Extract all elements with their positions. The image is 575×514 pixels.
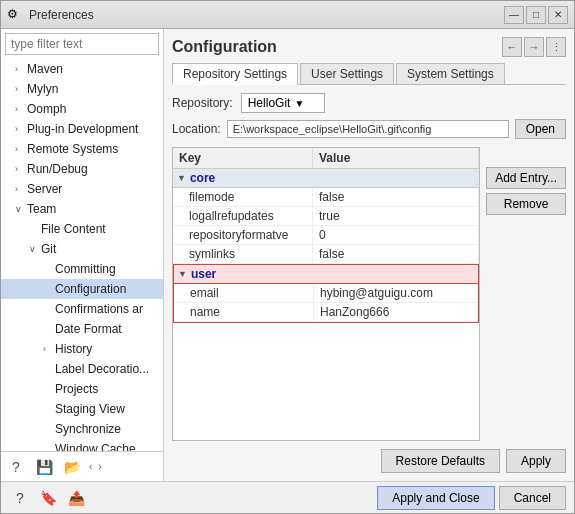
cell-key-filemode: filemode [173,188,313,206]
sidebar-item-synchronize[interactable]: Synchronize [1,419,163,439]
sidebar-label-maven: Maven [27,62,63,76]
sidebar-label-window-cache: Window Cache [55,442,136,451]
location-input[interactable] [227,120,509,138]
sidebar-label-synchronize: Synchronize [55,422,121,436]
bookmark-icon[interactable]: 🔖 [37,487,59,509]
table-row[interactable]: repositoryformatve 0 [173,226,479,245]
sidebar-bottom: ? 💾 📂 ‹ › [1,451,163,481]
tab-system-settings[interactable]: System Settings [396,63,505,84]
sidebar-item-run-debug[interactable]: › Run/Debug [1,159,163,179]
scroll-right-icon[interactable]: › [98,461,101,472]
table-row[interactable]: name HanZong666 [174,303,478,322]
minimize-button[interactable]: — [504,6,524,24]
repo-dropdown-value: HelloGit [248,96,291,110]
bottom-right-buttons: Apply and Close Cancel [377,486,566,510]
cell-value-name: HanZong666 [314,303,478,321]
sidebar-item-server[interactable]: › Server [1,179,163,199]
cell-key-name: name [174,303,314,321]
sidebar-item-label-decoration[interactable]: Label Decoratio... [1,359,163,379]
table-header: Key Value [173,148,479,169]
sidebar-item-oomph[interactable]: › Oomph [1,99,163,119]
sidebar-label-plugin-dev: Plug-in Development [27,122,138,136]
remove-button[interactable]: Remove [486,193,566,215]
help-icon[interactable]: ? [5,456,27,478]
sidebar-label-mylyn: Mylyn [27,82,58,96]
section-user-header[interactable]: ▼ user [174,265,478,284]
cell-key-repositoryformatve: repositoryformatve [173,226,313,244]
tab-repo-settings[interactable]: Repository Settings [172,63,298,85]
nav-forward-button[interactable]: → [524,37,544,57]
table-row[interactable]: email hybing@atguigu.com [174,284,478,303]
scroll-left-icon[interactable]: ‹ [89,461,92,472]
section-core-label: core [190,171,215,185]
repo-label: Repository: [172,96,233,110]
filter-input[interactable] [5,33,159,55]
nav-back-button[interactable]: ← [502,37,522,57]
panel-header: Configuration ← → ⋮ [172,37,566,57]
help-circle-icon[interactable]: ? [9,487,31,509]
sidebar-label-run-debug: Run/Debug [27,162,88,176]
window-bottom-bar: ? 🔖 📤 Apply and Close Cancel [1,481,574,513]
section-user-label: user [191,267,216,281]
sidebar-item-team[interactable]: ∨ Team [1,199,163,219]
sidebar-item-plugin-dev[interactable]: › Plug-in Development [1,119,163,139]
cancel-button[interactable]: Cancel [499,486,566,510]
repo-dropdown[interactable]: HelloGit ▼ [241,93,326,113]
sidebar-item-git[interactable]: ∨ Git [1,239,163,259]
col-header-value: Value [313,148,479,168]
sidebar-label-file-content: File Content [41,222,106,236]
expand-arrow-git: ∨ [29,244,39,254]
cell-value-filemode: false [313,188,479,206]
tree-area: › Maven › Mylyn › Oomph › Plug-in Develo… [1,59,163,451]
sidebar-item-remote-systems[interactable]: › Remote Systems [1,139,163,159]
window-title: Preferences [29,8,498,22]
expand-arrow-history: › [43,344,53,354]
nav-menu-button[interactable]: ⋮ [546,37,566,57]
restore-defaults-button[interactable]: Restore Defaults [381,449,500,473]
sidebar-label-label-decoration: Label Decoratio... [55,362,149,376]
config-table: Key Value ▼ core filemode false [172,147,480,441]
sidebar-item-file-content[interactable]: File Content [1,219,163,239]
add-entry-button[interactable]: Add Entry... [486,167,566,189]
tab-user-settings[interactable]: User Settings [300,63,394,84]
sidebar-item-configuration[interactable]: Configuration [1,279,163,299]
sidebar-item-maven[interactable]: › Maven [1,59,163,79]
save-icon[interactable]: 💾 [33,456,55,478]
expand-core-icon: ▼ [177,173,186,183]
section-core-header[interactable]: ▼ core [173,169,479,188]
table-row[interactable]: logallrefupdates true [173,207,479,226]
table-row[interactable]: filemode false [173,188,479,207]
close-button[interactable]: ✕ [548,6,568,24]
apply-button[interactable]: Apply [506,449,566,473]
sidebar-label-server: Server [27,182,62,196]
sidebar-item-staging-view[interactable]: Staging View [1,399,163,419]
main-content: › Maven › Mylyn › Oomph › Plug-in Develo… [1,29,574,481]
sidebar-label-confirmations: Confirmations ar [55,302,143,316]
sidebar-item-projects[interactable]: Projects [1,379,163,399]
sidebar-label-oomph: Oomph [27,102,66,116]
location-label: Location: [172,122,221,136]
sidebar-item-confirmations[interactable]: Confirmations ar [1,299,163,319]
expand-arrow-plugin-dev: › [15,124,25,134]
sidebar-item-mylyn[interactable]: › Mylyn [1,79,163,99]
repo-row: Repository: HelloGit ▼ [172,93,566,113]
import-icon[interactable]: 📂 [61,456,83,478]
panel-bottom-buttons: Restore Defaults Apply [172,441,566,473]
sidebar-item-history[interactable]: › History [1,339,163,359]
cell-value-email: hybing@atguigu.com [314,284,478,302]
apply-and-close-button[interactable]: Apply and Close [377,486,494,510]
sidebar-item-window-cache[interactable]: Window Cache [1,439,163,451]
sidebar-item-date-format[interactable]: Date Format [1,319,163,339]
export-icon[interactable]: 📤 [65,487,87,509]
expand-arrow-maven: › [15,64,25,74]
maximize-button[interactable]: □ [526,6,546,24]
open-button[interactable]: Open [515,119,566,139]
cell-value-repositoryformatve: 0 [313,226,479,244]
sidebar: › Maven › Mylyn › Oomph › Plug-in Develo… [1,29,164,481]
chevron-down-icon: ▼ [294,98,304,109]
table-row[interactable]: symlinks false [173,245,479,264]
location-row: Location: Open [172,119,566,139]
sidebar-item-committing[interactable]: Committing [1,259,163,279]
col-header-key: Key [173,148,313,168]
expand-arrow-remote-systems: › [15,144,25,154]
